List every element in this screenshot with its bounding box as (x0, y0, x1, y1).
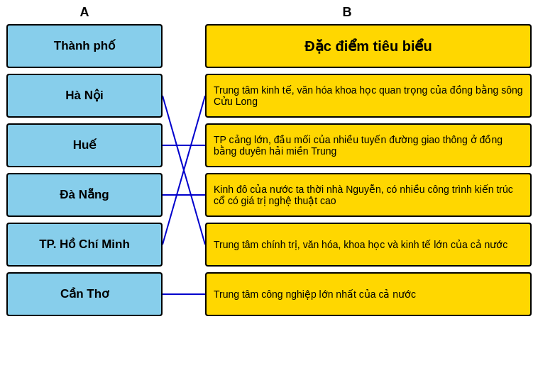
main-area: Thành phố Hà Nội Huế Đà Nẵng TP. Hồ Chí … (6, 24, 532, 388)
desc-box-4: Trung tâm chính trị, văn hóa, khoa học v… (205, 223, 532, 267)
city-label-hcm: TP. Hồ Chí Minh (39, 237, 130, 252)
city-label-da-nang: Đà Nẵng (60, 187, 109, 202)
col-b-title-box: Đặc điểm tiêu biểu (205, 24, 532, 68)
desc-box-5: Trung tâm công nghiệp lớn nhất của cả nư… (205, 272, 532, 316)
col-b-header: B (163, 5, 532, 20)
col-b-title-label: Đặc điểm tiêu biểu (304, 38, 432, 55)
city-label-ha-noi: Hà Nội (65, 88, 103, 103)
city-box-hcm: TP. Hồ Chí Minh (6, 223, 163, 267)
desc-text-1: Trung tâm kinh tế, văn hóa khoa học quan… (214, 84, 523, 107)
city-box-da-nang: Đà Nẵng (6, 173, 163, 217)
col-a: Thành phố Hà Nội Huế Đà Nẵng TP. Hồ Chí … (6, 24, 163, 388)
desc-text-4: Trung tâm chính trị, văn hóa, khoa học v… (214, 239, 507, 250)
col-a-title-box: Thành phố (6, 24, 163, 68)
main-container: A B Thành phố Hà Nội Huế Đà Nẵng TP. Hồ … (6, 5, 532, 388)
desc-box-2: TP cảng lớn, đầu mối của nhiều tuyến đườ… (205, 123, 532, 167)
desc-text-3: Kinh đô của nước ta thời nhà Nguyễn, có … (214, 184, 523, 206)
city-box-ha-noi: Hà Nội (6, 74, 163, 118)
column-headers: A B (6, 5, 532, 20)
city-label-can-tho: Cần Thơ (60, 286, 109, 301)
city-label-hue: Huế (73, 138, 97, 152)
desc-text-2: TP cảng lớn, đầu mối của nhiều tuyến đườ… (214, 134, 523, 157)
col-a-header: A (6, 5, 163, 20)
city-box-hue: Huế (6, 123, 163, 167)
desc-box-3: Kinh đô của nước ta thời nhà Nguyễn, có … (205, 173, 532, 217)
desc-text-5: Trung tâm công nghiệp lớn nhất của cả nư… (214, 289, 416, 300)
col-a-title-label: Thành phố (54, 38, 115, 53)
col-b: Đặc điểm tiêu biểu Trung tâm kinh tế, vă… (163, 24, 532, 388)
city-box-can-tho: Cần Thơ (6, 272, 163, 316)
desc-box-1: Trung tâm kinh tế, văn hóa khoa học quan… (205, 74, 532, 118)
